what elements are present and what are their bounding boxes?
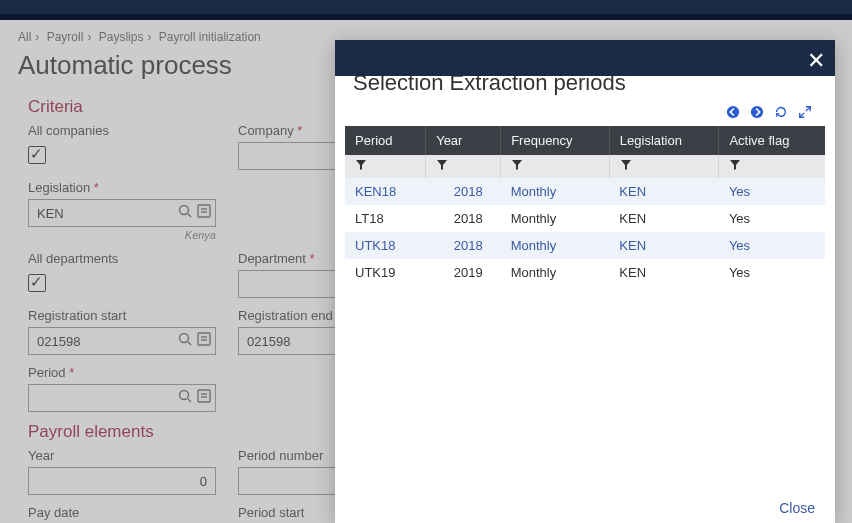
cell-period: UTK19	[345, 259, 426, 286]
filter-period[interactable]	[345, 155, 426, 178]
next-icon[interactable]	[749, 104, 765, 120]
cell-year: 2018	[426, 205, 501, 232]
cell-year: 2018	[426, 178, 501, 205]
table-row[interactable]: UTK182018MonthlyKENYes	[345, 232, 825, 259]
cell-frequency: Monthly	[501, 205, 610, 232]
cell-active: Yes	[719, 205, 825, 232]
cell-period: KEN18	[345, 178, 426, 205]
filter-legislation[interactable]	[609, 155, 719, 178]
col-period[interactable]: Period	[345, 126, 426, 155]
cell-period: LT18	[345, 205, 426, 232]
selection-modal: ✕ Selection Extraction periods Period Ye…	[335, 40, 835, 523]
table-row[interactable]: KEN182018MonthlyKENYes	[345, 178, 825, 205]
cell-year: 2018	[426, 232, 501, 259]
filter-active[interactable]	[719, 155, 825, 178]
col-active[interactable]: Active flag	[719, 126, 825, 155]
cell-frequency: Monthly	[501, 232, 610, 259]
col-legislation[interactable]: Legislation	[609, 126, 719, 155]
cell-frequency: Monthly	[501, 178, 610, 205]
periods-table: Period Year Frequency Legislation Active…	[345, 126, 825, 286]
filter-frequency[interactable]	[501, 155, 610, 178]
close-icon[interactable]: ✕	[807, 48, 825, 74]
table-row[interactable]: LT182018MonthlyKENYes	[345, 205, 825, 232]
cell-frequency: Monthly	[501, 259, 610, 286]
col-frequency[interactable]: Frequency	[501, 126, 610, 155]
cell-active: Yes	[719, 232, 825, 259]
prev-icon[interactable]	[725, 104, 741, 120]
cell-legislation: KEN	[609, 178, 719, 205]
cell-legislation: KEN	[609, 205, 719, 232]
expand-icon[interactable]	[797, 104, 813, 120]
close-button[interactable]: Close	[779, 500, 815, 516]
table-row[interactable]: UTK192019MonthlyKENYes	[345, 259, 825, 286]
cell-legislation: KEN	[609, 259, 719, 286]
svg-point-27	[751, 106, 763, 118]
refresh-icon[interactable]	[773, 104, 789, 120]
filter-year[interactable]	[426, 155, 501, 178]
cell-period: UTK18	[345, 232, 426, 259]
cell-active: Yes	[719, 178, 825, 205]
svg-point-26	[727, 106, 739, 118]
col-year[interactable]: Year	[426, 126, 501, 155]
cell-year: 2019	[426, 259, 501, 286]
cell-active: Yes	[719, 259, 825, 286]
cell-legislation: KEN	[609, 232, 719, 259]
